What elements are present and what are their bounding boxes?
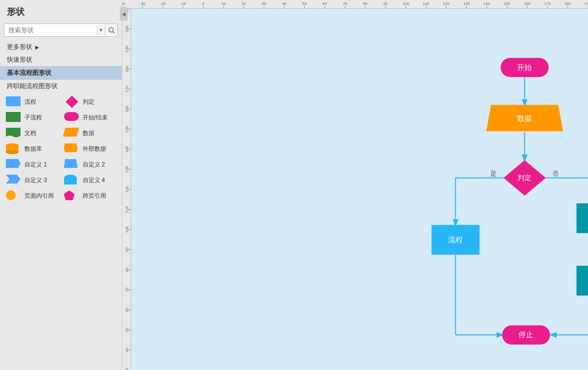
canvas-area: // Rendered inline via template -40-30-2… [122,0,588,370]
shape-item-decision[interactable]: 判定 [62,95,118,108]
shape-item-process[interactable]: 流程 [4,95,60,108]
svg-text:40: 40 [282,1,287,6]
search-dropdown-arrow[interactable]: ▼ [97,25,105,35]
external-data-label: 外部数据 [83,145,106,153]
svg-text:110: 110 [125,206,129,213]
page-ref-label: 页面内引用 [24,192,54,200]
quick-shapes-label: 快速形状 [7,56,32,63]
svg-line-1 [113,31,114,33]
node-process3-shape[interactable] [576,266,588,296]
document-label: 文档 [24,129,36,138]
shape-item-custom3[interactable]: 自定义 3 [4,174,60,186]
more-shapes-arrow: ▶ [35,45,39,50]
sidebar: 形状 ▼ 更多形状 ▶ 快速形状 基本流程图形状 跨职能 [0,0,122,370]
svg-text:60: 60 [125,307,129,312]
svg-text:50: 50 [302,1,307,6]
search-button[interactable] [105,24,117,36]
shape-item-startstop[interactable]: 开始/结束 [62,111,118,124]
svg-text:150: 150 [504,1,511,6]
svg-text:150: 150 [125,126,129,133]
svg-text:90: 90 [384,1,388,6]
document-shape [6,128,21,139]
flowchart-svg: 是 否 开始 数据 判定 流程 流程 [131,9,588,370]
database-shape [6,143,19,154]
svg-text:20: 20 [242,1,246,6]
sidebar-title: 形状 [0,0,122,22]
main-container: 形状 ▼ 更多形状 ▶ 快速形状 基本流程图形状 跨职能 [0,0,588,370]
cross-page-ref-shape [64,190,75,200]
process-shape [6,96,21,106]
svg-text:60: 60 [322,1,327,6]
svg-text:-20: -20 [160,1,166,6]
shape-item-subprocess[interactable]: 子流程 [4,111,60,124]
svg-text:160: 160 [524,1,531,6]
svg-text:70: 70 [125,287,129,292]
svg-text:170: 170 [544,1,551,6]
node-process2-shape[interactable] [576,203,588,233]
cross-functional-section[interactable]: 跨职能流程图形状 [0,80,122,92]
svg-text:140: 140 [125,146,129,153]
basic-flowchart-section[interactable]: 基本流程图形状 [0,66,122,80]
more-shapes-item[interactable]: 更多形状 ▶ [0,41,122,53]
shape-item-database[interactable]: 数据库 [4,142,60,155]
svg-text:170: 170 [125,86,129,92]
ruler-left: 2102001901801701601501401301201101009080… [122,9,131,370]
decision-shape [66,95,78,108]
startstop-shape [64,112,79,121]
node-data-label: 数据 [517,115,532,122]
process-label: 流程 [24,98,36,106]
custom1-shape [6,159,21,168]
cross-page-ref-shape-icon [64,190,80,201]
quick-shapes-section[interactable]: 快速形状 [0,53,122,66]
shape-item-custom1[interactable]: 自定义 1 [4,158,60,171]
shapes-grid: 流程 判定 子流程 开始/结束 [0,92,122,205]
ruler-top: // Rendered inline via template -40-30-2… [122,0,588,9]
data-shape-icon [64,128,80,139]
search-input[interactable] [4,24,97,36]
svg-text:40: 40 [125,347,129,352]
basic-flowchart-label: 基本流程图形状 [7,69,51,76]
shape-item-document[interactable]: 文档 [4,127,60,139]
shape-item-data[interactable]: 数据 [62,127,118,139]
svg-text:90: 90 [125,247,129,252]
database-shape-icon [6,143,22,154]
process-shape-icon [6,96,22,107]
svg-text:-40: -40 [122,1,125,6]
node-end-label: 停止 [519,331,533,339]
svg-text:200: 200 [125,25,129,32]
custom4-shape [64,175,77,185]
svg-text:130: 130 [125,166,129,173]
custom2-shape-icon [64,159,80,170]
node-process1-label: 流程 [448,236,463,244]
svg-text:30: 30 [125,368,129,370]
ruler-top-svg: // Rendered inline via template -40-30-2… [122,0,588,8]
custom1-label: 自定义 1 [24,161,47,169]
search-icon [108,27,115,34]
shape-item-cross-page-ref[interactable]: 跨页引用 [62,189,118,202]
shape-item-page-ref[interactable]: 页面内引用 [4,189,60,202]
page-ref-shape-icon [6,190,22,201]
custom3-label: 自定义 3 [24,176,47,185]
no-label: 否 [552,170,559,177]
custom3-shape [6,175,21,184]
decision-shape-icon [64,96,80,107]
page-ref-shape [6,190,16,200]
custom3-shape-icon [6,175,22,185]
svg-text:180: 180 [565,1,571,6]
external-data-shape [64,143,78,152]
sidebar-collapse-arrow[interactable]: ◀ [120,7,128,21]
svg-text:70: 70 [343,1,347,6]
shape-item-custom2[interactable]: 自定义 2 [62,158,118,171]
svg-text:180: 180 [125,66,129,72]
shape-item-external-data[interactable]: 外部数据 [62,142,118,155]
svg-text:140: 140 [483,1,490,6]
shape-item-custom4[interactable]: 自定义 4 [62,174,118,186]
search-bar: ▼ [4,23,118,37]
canvas-content[interactable]: 是 否 开始 数据 判定 流程 流程 [131,9,588,370]
custom1-shape-icon [6,159,22,170]
cross-page-ref-label: 跨页引用 [83,192,106,200]
custom4-shape-icon [64,175,80,185]
data-shape [63,128,79,137]
svg-text:100: 100 [125,226,129,233]
decision-label: 判定 [83,98,94,106]
